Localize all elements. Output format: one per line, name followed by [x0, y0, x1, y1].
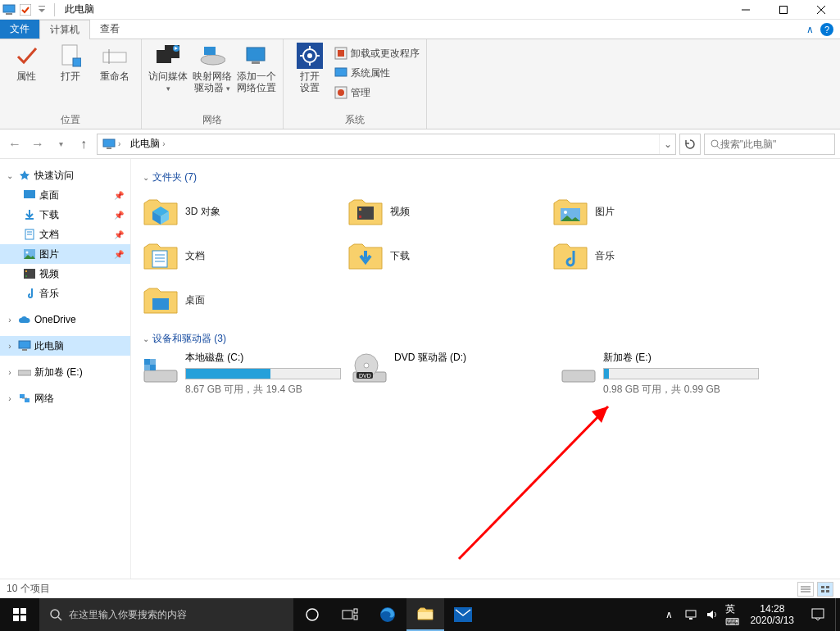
- nav-downloads[interactable]: 下载 📌: [0, 205, 130, 225]
- breadcrumb[interactable]: 此电脑 ›: [125, 134, 170, 154]
- group-drives-header[interactable]: ⌄ 设备和驱动器 (3): [143, 332, 829, 346]
- nav-up-button[interactable]: ↑: [74, 134, 93, 154]
- help-icon[interactable]: ?: [820, 23, 833, 36]
- expand-icon[interactable]: ›: [5, 368, 15, 377]
- taskbar-explorer[interactable]: [406, 598, 444, 631]
- drive-c[interactable]: 本地磁盘 (C:) 8.67 GB 可用，共 19.4 GB: [143, 351, 352, 397]
- drive-e-name: 新加卷 (E:): [603, 351, 770, 365]
- rename-button[interactable]: 重命名: [95, 43, 134, 82]
- start-button[interactable]: [0, 598, 39, 631]
- chevron-right-icon[interactable]: ›: [162, 139, 165, 148]
- taskbar-edge[interactable]: [369, 598, 406, 631]
- address-root-icon[interactable]: ›: [98, 134, 125, 154]
- search-input[interactable]: [720, 138, 829, 150]
- tray-date: 2020/3/13: [751, 615, 794, 626]
- open-button[interactable]: 打开: [51, 43, 90, 82]
- nav-music[interactable]: 音乐: [0, 284, 130, 303]
- address-bar[interactable]: › 此电脑 › ⌄: [97, 134, 676, 155]
- manage-button[interactable]: 管理: [334, 84, 420, 102]
- taskbar-mail[interactable]: [444, 598, 482, 631]
- folder-pictures[interactable]: 图片: [552, 189, 757, 234]
- drive-e[interactable]: 新加卷 (E:) 0.98 GB 可用，共 0.99 GB: [561, 351, 770, 397]
- tray-volume-icon[interactable]: [702, 598, 723, 631]
- folder-label: 文档: [185, 249, 205, 263]
- address-dropdown-button[interactable]: ⌄: [659, 134, 675, 154]
- tray-notifications[interactable]: [801, 598, 835, 631]
- open-settings-button[interactable]: 打开 设置: [290, 43, 329, 94]
- tray-clock[interactable]: 14:28 2020/3/13: [744, 603, 801, 627]
- svg-rect-66: [144, 365, 150, 370]
- tab-view[interactable]: 查看: [90, 20, 129, 39]
- checkbox-icon[interactable]: [18, 2, 33, 17]
- maximize-button[interactable]: [765, 0, 802, 20]
- folder-downloads[interactable]: 下载: [347, 234, 552, 278]
- properties-button[interactable]: 属性: [7, 43, 46, 82]
- expand-icon[interactable]: ›: [5, 316, 15, 325]
- folder-music[interactable]: 音乐: [552, 234, 757, 278]
- nav-documents[interactable]: 文档 📌: [0, 225, 130, 244]
- video-icon: [23, 267, 36, 280]
- show-desktop-button[interactable]: [835, 598, 840, 631]
- svg-rect-9: [73, 58, 81, 66]
- ribbon-group-location: 属性 打开 重命名 位置: [0, 39, 142, 129]
- folder-desktop[interactable]: 桌面: [143, 278, 347, 322]
- tray-overflow[interactable]: ∧: [659, 598, 680, 631]
- disk-icon: [143, 351, 179, 387]
- add-netloc-label: 添加一个 网络位置: [237, 70, 276, 94]
- map-drive-button[interactable]: 映射网络 驱动器 ▾: [193, 43, 232, 94]
- folder-documents[interactable]: 文档: [143, 234, 347, 278]
- uninstall-label: 卸载或更改程序: [351, 48, 420, 59]
- tray-ime[interactable]: 英 ⌨: [723, 598, 744, 631]
- folder-3d-objects[interactable]: 3D 对象: [143, 189, 347, 234]
- uninstall-button[interactable]: 卸载或更改程序: [334, 44, 420, 62]
- nav-network[interactable]: › 网络: [0, 388, 130, 408]
- qat-dropdown-icon[interactable]: [34, 2, 49, 17]
- netloc-icon: [243, 43, 270, 69]
- svg-rect-45: [19, 341, 30, 348]
- nav-new-volume[interactable]: › 新加卷 (E:): [0, 362, 130, 382]
- nav-onedrive[interactable]: › OneDrive: [0, 310, 130, 329]
- minimize-button[interactable]: [727, 0, 765, 20]
- nav-back-button[interactable]: ←: [5, 134, 25, 154]
- tab-computer[interactable]: 计算机: [39, 20, 90, 39]
- nav-forward-button[interactable]: →: [28, 134, 48, 154]
- svg-rect-83: [20, 615, 26, 621]
- access-media-button[interactable]: 访问媒体 ▾: [148, 43, 188, 94]
- nav-this-pc[interactable]: › 此电脑: [0, 336, 130, 356]
- folder-videos[interactable]: 视频: [347, 189, 552, 234]
- nav-pictures[interactable]: 图片 📌: [0, 244, 130, 264]
- ribbon-group-network: 访问媒体 ▾ 映射网络 驱动器 ▾ 添加一个 网络位置 网络: [142, 39, 284, 129]
- view-large-icons-button[interactable]: [817, 582, 833, 597]
- group-network-label: 网络: [148, 111, 276, 127]
- svg-rect-72: [562, 370, 595, 382]
- add-netloc-button[interactable]: 添加一个 网络位置: [237, 43, 276, 94]
- dvd-icon: DVD: [352, 351, 388, 387]
- svg-rect-92: [454, 607, 472, 622]
- group-folders-label: 文件夹 (7): [152, 170, 197, 184]
- view-details-button[interactable]: [797, 582, 814, 597]
- taskbar-task-view[interactable]: [331, 598, 369, 631]
- refresh-button[interactable]: [679, 134, 701, 155]
- collapse-icon[interactable]: ⌄: [5, 171, 15, 180]
- expand-icon[interactable]: ›: [5, 342, 15, 351]
- expand-icon[interactable]: ›: [5, 394, 15, 403]
- taskbar-search[interactable]: 在这里输入你要搜索的内容: [39, 598, 293, 631]
- svg-rect-47: [18, 370, 31, 375]
- nav-videos[interactable]: 视频: [0, 264, 130, 284]
- search-box[interactable]: [704, 134, 835, 155]
- svg-rect-91: [418, 612, 433, 619]
- nav-desktop[interactable]: 桌面 📌: [0, 185, 130, 205]
- ribbon-collapse-icon[interactable]: ∧: [806, 24, 814, 35]
- nav-recent-dropdown[interactable]: ▾: [51, 134, 70, 154]
- group-folders-header[interactable]: ⌄ 文件夹 (7): [143, 170, 829, 184]
- close-button[interactable]: [802, 0, 840, 20]
- sysprops-icon: [334, 66, 347, 79]
- nav-quick-access[interactable]: ⌄ 快速访问: [0, 166, 130, 185]
- tab-file[interactable]: 文件: [0, 20, 39, 39]
- drive-dvd[interactable]: DVD DVD 驱动器 (D:): [352, 351, 561, 397]
- svg-rect-87: [343, 611, 352, 619]
- taskbar-cortana[interactable]: [293, 598, 331, 631]
- system-properties-button[interactable]: 系统属性: [334, 64, 420, 82]
- chevron-right-icon[interactable]: ›: [118, 139, 120, 148]
- tray-network-icon[interactable]: [680, 598, 702, 631]
